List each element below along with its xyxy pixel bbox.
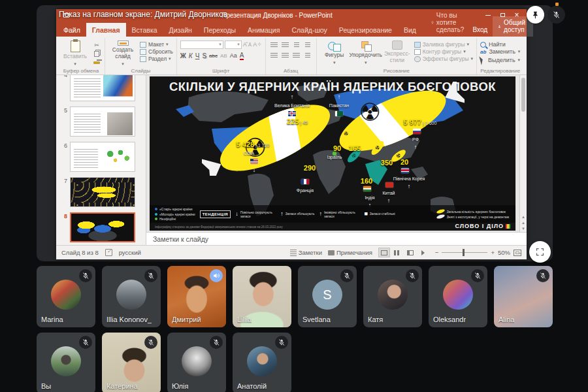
tab-Файл[interactable]: Файл — [57, 23, 86, 37]
participant-tile-Alina[interactable]: Alina — [494, 266, 553, 327]
slide-thumbnail-4[interactable]: 4 — [57, 75, 142, 101]
participant-tile-Marina[interactable]: Marina — [37, 266, 95, 327]
align-center-icon[interactable] — [280, 51, 291, 61]
legend-dot-label: Неофіційні — [159, 217, 176, 221]
zoom-in-button[interactable]: + — [491, 249, 495, 256]
tab-Вставка[interactable]: Вставка — [126, 23, 163, 37]
person-icon — [498, 24, 501, 29]
numbering-icon[interactable] — [280, 41, 291, 50]
notes-toggle[interactable]: Заметки — [290, 249, 322, 256]
reset-button[interactable]: Сбросить — [140, 48, 173, 55]
slide-thumbnail-6[interactable]: 6 — [57, 142, 142, 172]
scrollbar-thumb[interactable] — [521, 78, 525, 112]
tab-Слайд-шоу[interactable]: Слайд-шоу — [286, 23, 333, 37]
quick-styles-icon — [392, 41, 402, 50]
find-button[interactable]: Найти — [480, 41, 520, 48]
underline-button[interactable]: Ч — [195, 52, 200, 59]
slide-thumbnail-8[interactable]: 8 — [57, 212, 142, 242]
zoom-slider[interactable] — [442, 252, 487, 253]
section-button[interactable]: Раздел▾ — [140, 56, 173, 62]
slide-thumbnail-7[interactable]: 7 — [57, 177, 142, 207]
share-document-button[interactable]: Общий доступ — [493, 16, 533, 37]
shrink-font-icon[interactable]: А̌ — [248, 42, 252, 48]
change-case-button[interactable]: Аа — [230, 52, 237, 59]
tab-Главная[interactable]: Главная — [86, 23, 126, 37]
replace-button[interactable]: abЗаменить▾ — [480, 48, 520, 55]
reading-view-button[interactable] — [404, 248, 416, 257]
zoom-level[interactable]: 50% — [498, 249, 510, 256]
slide-thumbnail-5[interactable]: 5 — [57, 106, 142, 137]
normal-view-button[interactable] — [378, 248, 390, 257]
warhead-count-russia: 5 977 | 1 600 — [404, 118, 437, 126]
tab-Анимация[interactable]: Анимация — [242, 23, 286, 37]
editing-group: Найти abЗаменить▾ Выделить▾ Редактирован… — [477, 38, 523, 74]
tab-Дизайн[interactable]: Дизайн — [163, 23, 198, 37]
tab-Переходы[interactable]: Переходы — [198, 23, 242, 37]
bullets-icon[interactable] — [269, 41, 280, 50]
participant-tile-Катя[interactable]: Катя — [363, 266, 422, 327]
shape-outline-button[interactable]: Контур фигуры▾ — [414, 48, 473, 55]
shapes-button[interactable]: Фигуры ▾ — [320, 39, 349, 67]
paste-button[interactable]: Вставить ▾ — [61, 39, 90, 67]
quick-styles-button[interactable]: Экспресс-стили — [383, 39, 412, 67]
select-button[interactable]: Выделить▾ — [480, 56, 520, 65]
participant-tile-Дмитрий[interactable]: Дмитрий — [167, 266, 226, 327]
participant-tile-Svetlana[interactable]: SSvetlana — [298, 266, 357, 327]
participant-tile-Юлія[interactable]: Юлія — [167, 333, 226, 392]
language-indicator[interactable]: русский — [119, 249, 141, 256]
zoom-out-button[interactable]: − — [435, 249, 439, 256]
tell-me-box[interactable]: Что вы хотите сделать? — [431, 12, 468, 37]
previous-slide-icon[interactable]: ▲ — [521, 221, 525, 225]
slide-sorter-view-button[interactable] — [391, 248, 403, 257]
notes-pane[interactable]: Заметки к слайду — [146, 232, 527, 245]
spell-check-icon[interactable] — [105, 249, 112, 256]
new-slide-button[interactable]: Создать слайд ▾ — [108, 39, 137, 67]
font-size-select[interactable]: ▾ — [225, 41, 242, 49]
ribbon: Вставить ▾ ✂ Буфер обмена Создать слайд — [56, 37, 527, 75]
participant-name: Illia Kononov_ — [106, 316, 152, 323]
layout-button[interactable]: Макет▾ — [140, 41, 173, 48]
sign-in-link[interactable]: Вход — [468, 26, 493, 37]
next-slide-icon[interactable]: ▼ — [521, 227, 525, 231]
comments-toggle[interactable]: Примечания — [328, 249, 372, 256]
fit-to-window-icon[interactable] — [514, 250, 521, 256]
cut-icon[interactable]: ✂ — [92, 41, 101, 49]
italic-button[interactable]: К — [189, 52, 193, 59]
participant-tile-Illia Kononov_[interactable]: Illia Kononov_ — [102, 266, 161, 327]
shape-effects-button[interactable]: Эффекты фигуры▾ — [414, 56, 473, 62]
fullscreen-button[interactable] — [529, 241, 551, 263]
line-spacing-icon[interactable] — [291, 51, 302, 61]
indent-increase-icon[interactable] — [302, 41, 313, 50]
participant-tile-Вы[interactable]: Вы — [37, 333, 95, 392]
shape-fill-button[interactable]: Заливка фигуры▾ — [414, 41, 473, 48]
current-slide[interactable]: ☢ ☢ — [150, 76, 515, 231]
participant-tile-Катерина[interactable]: Катерина — [102, 333, 161, 392]
bold-button[interactable]: Ж — [180, 52, 186, 59]
tab-Вид[interactable]: Вид — [398, 23, 422, 37]
char-spacing-button[interactable]: АВ — [220, 53, 227, 59]
text-direction-icon[interactable] — [302, 51, 313, 61]
participant-tile-Oleksandr[interactable]: Oleksandr — [429, 266, 487, 327]
slide-scrollbar[interactable]: ▲ ▲ ▼ — [519, 75, 527, 232]
strikethrough-button[interactable]: abc — [209, 53, 218, 59]
grow-font-icon[interactable]: А̂ — [243, 41, 247, 48]
copy-icon[interactable] — [92, 50, 101, 58]
arrange-button[interactable]: Упорядочить ▾ — [351, 39, 380, 67]
font-color-button[interactable]: А — [240, 52, 244, 60]
tab-Рецензирование[interactable]: Рецензирование — [333, 23, 398, 37]
slideshow-view-button[interactable] — [417, 248, 429, 257]
text-shadow-button[interactable]: S — [202, 52, 206, 59]
indent-decrease-icon[interactable] — [291, 41, 302, 50]
align-left-icon[interactable] — [269, 51, 280, 61]
font-name-select[interactable]: ▾ — [180, 41, 223, 49]
participant-tile-Liliia[interactable]: Liliia — [233, 266, 291, 327]
scroll-up-icon[interactable]: ▲ — [521, 215, 525, 219]
participant-tile-Анатолій[interactable]: Анатолій — [233, 333, 291, 392]
warhead-count-pakistan: 165 — [349, 144, 361, 152]
format-painter-icon[interactable] — [92, 59, 101, 67]
screen-share-tile[interactable]: Презентация Дворніков - PowerPoint × Фай… — [37, 5, 553, 261]
pin-button[interactable] — [527, 6, 544, 24]
slide-canvas[interactable]: ☢ ☢ — [146, 75, 519, 232]
clear-format-icon[interactable]: А✧ — [253, 41, 262, 48]
slide-thumbnail-panel[interactable]: 45678 — [56, 75, 146, 245]
